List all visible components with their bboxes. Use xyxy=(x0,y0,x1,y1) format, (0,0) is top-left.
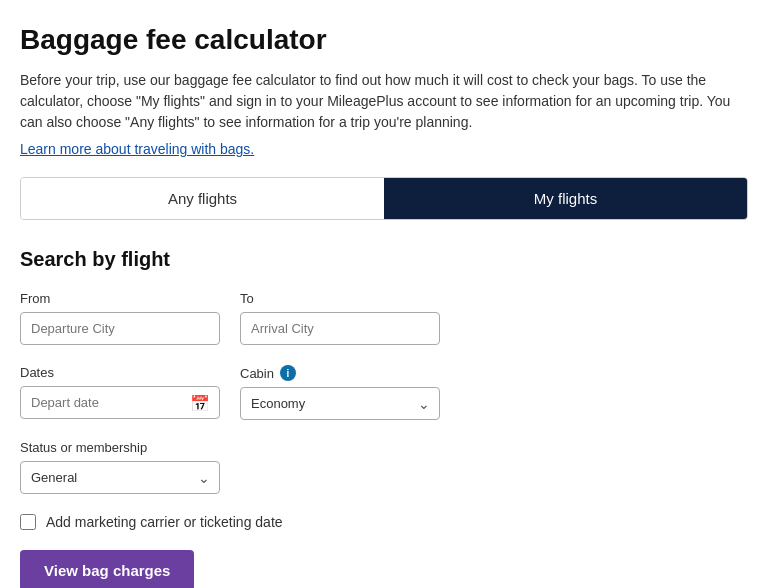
date-input[interactable] xyxy=(20,386,220,419)
page-title: Baggage fee calculator xyxy=(20,24,748,56)
to-input[interactable] xyxy=(240,312,440,345)
tab-any-flights[interactable]: Any flights xyxy=(21,178,384,219)
search-section-title: Search by flight xyxy=(20,248,748,271)
checkbox-row: Add marketing carrier or ticketing date xyxy=(20,514,748,530)
status-row: Status or membership General Silver Gold… xyxy=(20,440,748,494)
status-group: Status or membership General Silver Gold… xyxy=(20,440,220,494)
cabin-select[interactable]: Economy Business First xyxy=(240,387,440,420)
marketing-carrier-checkbox[interactable] xyxy=(20,514,36,530)
dates-group: Dates 📅 xyxy=(20,365,220,420)
from-to-row: From To xyxy=(20,291,748,345)
page-description: Before your trip, use our baggage fee ca… xyxy=(20,70,740,133)
from-input[interactable] xyxy=(20,312,220,345)
status-select-wrapper: General Silver Gold Platinum Global Serv… xyxy=(20,461,220,494)
cabin-label: Cabin xyxy=(240,366,274,381)
marketing-carrier-label[interactable]: Add marketing carrier or ticketing date xyxy=(46,514,283,530)
cabin-select-wrapper: Economy Business First ⌄ xyxy=(240,387,440,420)
date-input-wrapper: 📅 xyxy=(20,386,220,419)
to-label: To xyxy=(240,291,440,306)
dates-cabin-row: Dates 📅 Cabin i Economy Business First ⌄ xyxy=(20,365,748,420)
status-label: Status or membership xyxy=(20,440,220,455)
tab-my-flights[interactable]: My flights xyxy=(384,178,747,219)
from-group: From xyxy=(20,291,220,345)
to-group: To xyxy=(240,291,440,345)
status-select[interactable]: General Silver Gold Platinum Global Serv… xyxy=(20,461,220,494)
cabin-group: Cabin i Economy Business First ⌄ xyxy=(240,365,440,420)
learn-more-link[interactable]: Learn more about traveling with bags. xyxy=(20,141,254,157)
cabin-label-row: Cabin i xyxy=(240,365,440,381)
cabin-info-icon[interactable]: i xyxy=(280,365,296,381)
tab-bar: Any flights My flights xyxy=(20,177,748,220)
view-bag-charges-button[interactable]: View bag charges xyxy=(20,550,194,588)
dates-label: Dates xyxy=(20,365,220,380)
from-label: From xyxy=(20,291,220,306)
